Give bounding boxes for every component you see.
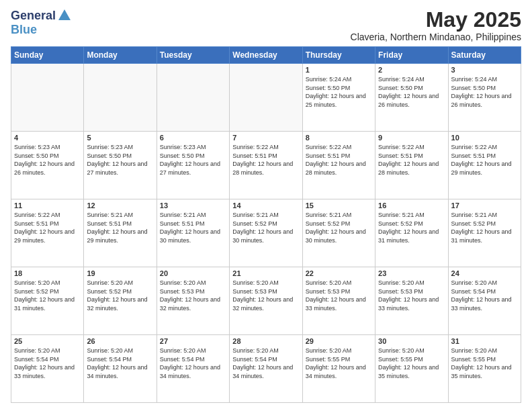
- day-number: 24: [451, 269, 518, 277]
- day-info: Sunrise: 5:20 AMSunset: 5:54 PMDaylight:…: [14, 347, 81, 380]
- day-number: 28: [232, 337, 299, 345]
- day-info: Sunrise: 5:24 AMSunset: 5:50 PMDaylight:…: [378, 75, 445, 109]
- day-number: 17: [451, 201, 518, 210]
- day-info: Sunrise: 5:20 AMSunset: 5:53 PMDaylight:…: [160, 279, 226, 312]
- calendar-cell: 27Sunrise: 5:20 AMSunset: 5:54 PMDayligh…: [157, 335, 229, 403]
- day-info: Sunrise: 5:20 AMSunset: 5:54 PMDaylight:…: [232, 347, 299, 380]
- day-number: 4: [14, 134, 81, 142]
- day-info: Sunrise: 5:22 AMSunset: 5:51 PMDaylight:…: [451, 143, 518, 177]
- col-tuesday: Tuesday: [157, 47, 229, 64]
- day-info: Sunrise: 5:20 AMSunset: 5:52 PMDaylight:…: [87, 279, 153, 312]
- calendar-cell: [230, 64, 302, 132]
- day-info: Sunrise: 5:21 AMSunset: 5:52 PMDaylight:…: [306, 211, 372, 244]
- calendar-cell: 21Sunrise: 5:20 AMSunset: 5:53 PMDayligh…: [230, 267, 302, 335]
- calendar-cell: 26Sunrise: 5:20 AMSunset: 5:54 PMDayligh…: [84, 335, 157, 403]
- day-number: 21: [232, 269, 299, 277]
- calendar-header-row: Sunday Monday Tuesday Wednesday Thursday…: [11, 47, 521, 64]
- day-number: 19: [87, 269, 153, 277]
- day-info: Sunrise: 5:23 AMSunset: 5:50 PMDaylight:…: [14, 143, 81, 177]
- calendar-row-1: 1Sunrise: 5:24 AMSunset: 5:50 PMDaylight…: [11, 64, 521, 132]
- calendar-cell: 4Sunrise: 5:23 AMSunset: 5:50 PMDaylight…: [11, 132, 84, 199]
- calendar-cell: 8Sunrise: 5:22 AMSunset: 5:51 PMDaylight…: [302, 132, 375, 199]
- calendar-cell: [157, 64, 229, 132]
- day-info: Sunrise: 5:22 AMSunset: 5:51 PMDaylight:…: [306, 143, 372, 177]
- logo-icon: [57, 8, 72, 23]
- calendar-cell: 3Sunrise: 5:24 AMSunset: 5:50 PMDaylight…: [448, 64, 521, 132]
- day-number: 25: [14, 337, 81, 345]
- day-info: Sunrise: 5:20 AMSunset: 5:55 PMDaylight:…: [378, 347, 445, 380]
- day-number: 20: [160, 269, 226, 277]
- day-number: 22: [306, 269, 372, 277]
- calendar-cell: 15Sunrise: 5:21 AMSunset: 5:52 PMDayligh…: [302, 199, 375, 267]
- calendar-cell: [11, 64, 84, 132]
- logo: General Blue: [11, 8, 72, 37]
- calendar-cell: 13Sunrise: 5:21 AMSunset: 5:51 PMDayligh…: [157, 199, 229, 267]
- calendar-row-4: 18Sunrise: 5:20 AMSunset: 5:52 PMDayligh…: [11, 267, 521, 335]
- day-info: Sunrise: 5:20 AMSunset: 5:53 PMDaylight:…: [232, 279, 299, 312]
- col-saturday: Saturday: [448, 47, 521, 64]
- calendar-cell: 23Sunrise: 5:20 AMSunset: 5:53 PMDayligh…: [375, 267, 448, 335]
- day-info: Sunrise: 5:22 AMSunset: 5:51 PMDaylight:…: [14, 211, 81, 244]
- calendar-cell: 12Sunrise: 5:21 AMSunset: 5:51 PMDayligh…: [84, 199, 157, 267]
- calendar-cell: 28Sunrise: 5:20 AMSunset: 5:54 PMDayligh…: [230, 335, 302, 403]
- day-number: 15: [306, 201, 372, 210]
- day-number: 10: [451, 134, 518, 142]
- svg-marker-0: [58, 9, 71, 20]
- day-number: 9: [378, 134, 445, 142]
- day-info: Sunrise: 5:20 AMSunset: 5:52 PMDaylight:…: [14, 279, 81, 312]
- month-title: May 2025: [351, 8, 521, 32]
- day-info: Sunrise: 5:21 AMSunset: 5:52 PMDaylight:…: [232, 211, 299, 244]
- day-info: Sunrise: 5:21 AMSunset: 5:52 PMDaylight:…: [378, 211, 445, 244]
- day-number: 23: [378, 269, 445, 277]
- calendar-cell: 29Sunrise: 5:20 AMSunset: 5:55 PMDayligh…: [302, 335, 375, 403]
- day-info: Sunrise: 5:24 AMSunset: 5:50 PMDaylight:…: [306, 75, 372, 109]
- calendar-cell: 14Sunrise: 5:21 AMSunset: 5:52 PMDayligh…: [230, 199, 302, 267]
- day-info: Sunrise: 5:22 AMSunset: 5:51 PMDaylight:…: [378, 143, 445, 177]
- day-info: Sunrise: 5:23 AMSunset: 5:50 PMDaylight:…: [87, 143, 153, 177]
- calendar-cell: 5Sunrise: 5:23 AMSunset: 5:50 PMDaylight…: [84, 132, 157, 199]
- calendar-cell: 9Sunrise: 5:22 AMSunset: 5:51 PMDaylight…: [375, 132, 448, 199]
- day-number: 14: [232, 201, 299, 210]
- day-info: Sunrise: 5:20 AMSunset: 5:53 PMDaylight:…: [306, 279, 372, 312]
- calendar-cell: 20Sunrise: 5:20 AMSunset: 5:53 PMDayligh…: [157, 267, 229, 335]
- calendar-row-3: 11Sunrise: 5:22 AMSunset: 5:51 PMDayligh…: [11, 199, 521, 267]
- day-number: 2: [378, 66, 445, 74]
- calendar-cell: 17Sunrise: 5:21 AMSunset: 5:52 PMDayligh…: [448, 199, 521, 267]
- day-info: Sunrise: 5:20 AMSunset: 5:54 PMDaylight:…: [87, 347, 153, 380]
- col-thursday: Thursday: [302, 47, 375, 64]
- calendar-cell: 31Sunrise: 5:20 AMSunset: 5:55 PMDayligh…: [448, 335, 521, 403]
- col-friday: Friday: [375, 47, 448, 64]
- calendar-cell: [84, 64, 157, 132]
- day-number: 6: [160, 134, 226, 142]
- calendar-table: Sunday Monday Tuesday Wednesday Thursday…: [11, 46, 521, 403]
- day-info: Sunrise: 5:21 AMSunset: 5:51 PMDaylight:…: [87, 211, 153, 244]
- calendar-cell: 18Sunrise: 5:20 AMSunset: 5:52 PMDayligh…: [11, 267, 84, 335]
- day-info: Sunrise: 5:20 AMSunset: 5:54 PMDaylight:…: [451, 279, 518, 312]
- day-info: Sunrise: 5:23 AMSunset: 5:50 PMDaylight:…: [160, 143, 226, 177]
- calendar-cell: 25Sunrise: 5:20 AMSunset: 5:54 PMDayligh…: [11, 335, 84, 403]
- day-info: Sunrise: 5:21 AMSunset: 5:52 PMDaylight:…: [451, 211, 518, 244]
- title-block: May 2025 Claveria, Northern Mindanao, Ph…: [351, 8, 521, 42]
- calendar-cell: 10Sunrise: 5:22 AMSunset: 5:51 PMDayligh…: [448, 132, 521, 199]
- day-info: Sunrise: 5:22 AMSunset: 5:51 PMDaylight:…: [232, 143, 299, 177]
- day-info: Sunrise: 5:21 AMSunset: 5:51 PMDaylight:…: [160, 211, 226, 244]
- day-info: Sunrise: 5:20 AMSunset: 5:55 PMDaylight:…: [451, 347, 518, 380]
- calendar-cell: 30Sunrise: 5:20 AMSunset: 5:55 PMDayligh…: [375, 335, 448, 403]
- calendar-cell: 2Sunrise: 5:24 AMSunset: 5:50 PMDaylight…: [375, 64, 448, 132]
- calendar-cell: 16Sunrise: 5:21 AMSunset: 5:52 PMDayligh…: [375, 199, 448, 267]
- logo-blue-text: Blue: [11, 23, 37, 37]
- day-number: 7: [232, 134, 299, 142]
- day-number: 8: [306, 134, 372, 142]
- day-number: 13: [160, 201, 226, 210]
- calendar-cell: 22Sunrise: 5:20 AMSunset: 5:53 PMDayligh…: [302, 267, 375, 335]
- day-number: 5: [87, 134, 153, 142]
- day-number: 16: [378, 201, 445, 210]
- day-info: Sunrise: 5:24 AMSunset: 5:50 PMDaylight:…: [451, 75, 518, 109]
- day-number: 30: [378, 337, 445, 345]
- calendar-row-2: 4Sunrise: 5:23 AMSunset: 5:50 PMDaylight…: [11, 132, 521, 199]
- day-number: 11: [14, 201, 81, 210]
- day-number: 31: [451, 337, 518, 345]
- col-sunday: Sunday: [11, 47, 84, 64]
- calendar-cell: 24Sunrise: 5:20 AMSunset: 5:54 PMDayligh…: [448, 267, 521, 335]
- calendar-cell: 7Sunrise: 5:22 AMSunset: 5:51 PMDaylight…: [230, 132, 302, 199]
